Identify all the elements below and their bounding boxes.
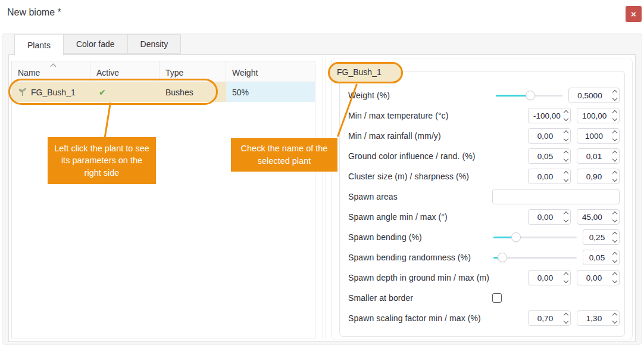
spin-up-icon — [564, 171, 568, 176]
weight-slider[interactable] — [496, 91, 562, 100]
field-row-spawn-bending: Spawn bending (%) 0,25 — [340, 227, 624, 247]
column-header-active[interactable]: Active — [90, 61, 160, 82]
spin-down-icon — [564, 157, 568, 161]
spin-up-icon — [564, 110, 568, 115]
tab-page-plants: Name Active Type Weight FG_Bush_1 ✔ Bush… — [8, 54, 636, 342]
panel-splitter[interactable] — [323, 57, 326, 338]
spawn-depth-max-spinbox[interactable]: 0,00 — [577, 270, 620, 285]
spinner-buttons[interactable] — [611, 210, 619, 224]
spawn-bending-randomness-slider[interactable] — [493, 253, 577, 262]
spawn-angle-max-spinbox[interactable]: 45,00 — [577, 209, 620, 225]
spin-down-icon — [612, 96, 617, 101]
slider-handle[interactable] — [511, 232, 521, 242]
spin-down-icon — [612, 217, 617, 222]
annotation-callout-left: Left click the plant to see its paramete… — [48, 137, 156, 184]
field-label: Ground color influence / rand. (%) — [348, 151, 492, 161]
spawn-bending-slider[interactable] — [493, 232, 577, 242]
field-row-spawn-bending-randomness: Spawn bending randomness (%) 0,05 — [340, 247, 624, 268]
spinner-buttons[interactable] — [562, 149, 570, 163]
spin-up-icon — [564, 272, 568, 277]
ground-color-influence-spinbox[interactable]: 0,05 — [528, 148, 571, 164]
rainfall-max-spinbox[interactable]: 1000 — [577, 128, 620, 144]
tab-plants[interactable]: Plants — [14, 34, 64, 55]
field-row-spawn-scaling: Spawn scaling factor min / max (%) 0,70 … — [340, 308, 624, 328]
temperature-min-spinbox[interactable]: -100,00 — [528, 108, 571, 123]
spin-up-icon — [612, 110, 617, 115]
spinner-buttons[interactable] — [562, 271, 570, 285]
spinner-buttons[interactable] — [611, 88, 619, 102]
spinner-buttons[interactable] — [562, 311, 570, 325]
window-title: New biome * — [7, 7, 61, 18]
spin-down-icon — [612, 177, 617, 182]
spin-up-icon — [564, 151, 568, 156]
plant-parameters-group: Weight (%) 0,5000 Min / max temperature … — [339, 71, 625, 337]
field-label: Spawn bending randomness (%) — [348, 253, 492, 262]
cell-type: Bushes — [160, 82, 226, 102]
spawn-angle-min-spinbox[interactable]: 0,00 — [528, 209, 571, 225]
slider-handle[interactable] — [526, 91, 535, 100]
rainfall-min-spinbox[interactable]: 0,00 — [528, 128, 571, 144]
spin-down-icon — [612, 136, 617, 141]
field-row-spawn-areas: Spawn areas — [340, 187, 624, 207]
cluster-sharpness-spinbox[interactable]: 0,90 — [577, 169, 620, 184]
close-icon: × — [631, 9, 636, 19]
spinner-buttons[interactable] — [562, 129, 570, 143]
field-label: Min / max rainfall (mm/y) — [348, 131, 492, 141]
spin-down-icon — [612, 157, 617, 161]
spinner-buttons[interactable] — [611, 250, 619, 265]
spinner-buttons[interactable] — [562, 108, 570, 123]
spinner-buttons[interactable] — [611, 271, 619, 285]
cell-active: ✔ — [90, 82, 160, 102]
spin-down-icon — [564, 177, 568, 182]
smaller-at-border-checkbox[interactable] — [492, 293, 502, 303]
spin-up-icon — [612, 151, 617, 156]
spinner-buttons[interactable] — [611, 311, 619, 325]
field-label: Spawn scaling factor min / max (%) — [348, 313, 492, 323]
spinner-buttons[interactable] — [562, 169, 570, 184]
annotation-callout-right: Check the name of the selected plant — [231, 138, 337, 172]
spawn-depth-min-spinbox[interactable]: 0,00 — [528, 270, 571, 285]
spin-up-icon — [612, 252, 617, 257]
spin-up-icon — [612, 272, 617, 277]
weight-spinbox[interactable]: 0,5000 — [568, 88, 620, 103]
tab-bar: Plants Color fade Density — [14, 34, 180, 55]
cluster-size-spinbox[interactable]: 0,00 — [528, 169, 571, 184]
spawn-scaling-min-spinbox[interactable]: 0,70 — [528, 310, 571, 326]
column-header-weight[interactable]: Weight — [226, 61, 315, 82]
spinner-buttons[interactable] — [611, 149, 619, 163]
spawn-scaling-max-spinbox[interactable]: 1,30 — [577, 310, 620, 326]
tab-color-fade[interactable]: Color fade — [63, 34, 128, 54]
spin-down-icon — [612, 116, 617, 121]
sort-ascending-icon — [51, 63, 56, 68]
spinner-buttons[interactable] — [611, 108, 619, 123]
spin-up-icon — [612, 90, 617, 95]
cell-name: FG_Bush_1 — [12, 82, 90, 102]
field-row-ground-color: Ground color influence / rand. (%) 0,05 … — [340, 146, 624, 166]
field-label: Spawn depth in ground min / max (m) — [348, 273, 492, 282]
temperature-max-spinbox[interactable]: 100,00 — [577, 108, 620, 123]
spawn-bending-spinbox[interactable]: 0,25 — [583, 229, 620, 245]
table-row[interactable]: FG_Bush_1 ✔ Bushes 50% — [12, 82, 315, 102]
spawn-bending-randomness-spinbox[interactable]: 0,05 — [583, 250, 620, 265]
field-row-spawn-angle: Spawn angle min / max (°) 0,00 45,00 — [340, 207, 624, 227]
ground-color-randomness-spinbox[interactable]: 0,01 — [577, 148, 620, 164]
tab-density[interactable]: Density — [127, 34, 182, 54]
spawn-areas-input[interactable] — [492, 189, 620, 204]
field-label: Smaller at border — [348, 293, 492, 303]
spin-down-icon — [564, 116, 568, 121]
spinner-buttons[interactable] — [562, 210, 570, 224]
spinner-buttons[interactable] — [611, 169, 619, 184]
column-header-name[interactable]: Name — [12, 61, 90, 82]
field-label: Spawn angle min / max (°) — [348, 212, 492, 222]
spin-up-icon — [612, 171, 617, 176]
close-button[interactable]: × — [626, 6, 642, 22]
slider-handle[interactable] — [498, 253, 507, 262]
spinner-buttons[interactable] — [611, 129, 619, 143]
column-header-type[interactable]: Type — [160, 61, 226, 82]
field-row-weight: Weight (%) 0,5000 — [340, 85, 624, 105]
field-label: Spawn bending (%) — [348, 232, 492, 242]
table-header: Name Active Type Weight — [12, 61, 315, 82]
spinner-buttons[interactable] — [611, 230, 619, 244]
plant-icon — [18, 88, 27, 97]
spin-up-icon — [612, 232, 617, 237]
